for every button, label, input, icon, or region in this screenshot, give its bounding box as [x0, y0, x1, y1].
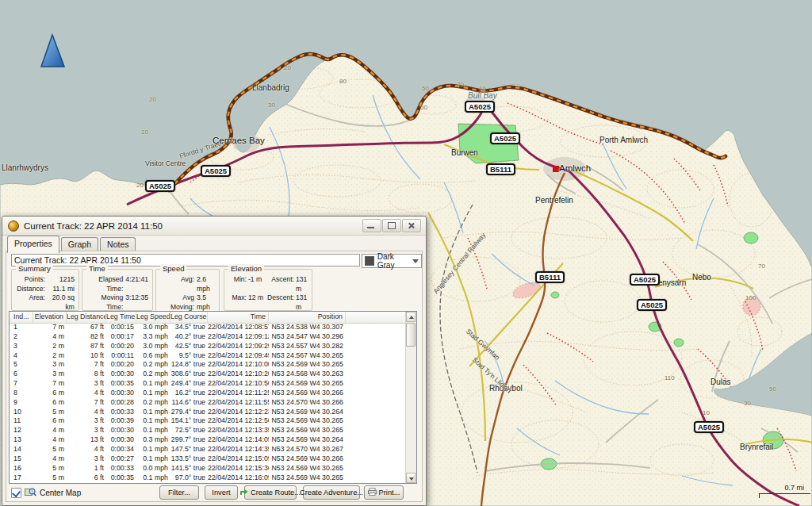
- track-color-dropdown[interactable]: Dark Gray: [362, 254, 422, 268]
- dialog-titlebar[interactable]: Current Track: 22 APR 2014 11:50: [2, 217, 426, 236]
- cell: 8 ft: [67, 370, 106, 379]
- cell: 97.0° true: [170, 473, 208, 483]
- time-group: TimeElapsed Time:4:21:41Moving Time:3:12…: [82, 269, 153, 311]
- button-label: Filter...: [168, 489, 190, 496]
- scrollbar-thumb[interactable]: [406, 323, 416, 347]
- tab-properties[interactable]: Properties: [7, 236, 59, 253]
- center-map-label: Center Map: [40, 489, 81, 497]
- table-row[interactable]: 32 m87 ft0:00:203.0 mph42.5° true22/04/2…: [10, 342, 406, 351]
- cell: 0:00:20: [106, 360, 136, 370]
- table-row[interactable]: 116 m3 ft0:00:390.1 mph154.1° true22/04/…: [10, 416, 406, 426]
- column-header-elevation[interactable]: Elevation: [33, 312, 67, 323]
- column-header-leg-time[interactable]: Leg Time: [106, 312, 136, 323]
- table-body[interactable]: 17 m67 ft0:00:153.0 mph34.5° true22/04/2…: [10, 323, 406, 483]
- scroll-up-icon[interactable]: [406, 312, 416, 322]
- cell: 0.1 mph: [136, 416, 170, 426]
- minimize-button[interactable]: [362, 219, 381, 232]
- cell: 2: [10, 332, 33, 342]
- cell: 0:00:34: [106, 445, 136, 454]
- cell: 0.1 mph: [136, 379, 170, 389]
- cell: 4 m: [33, 332, 67, 342]
- cell: 0:00:30: [106, 370, 136, 379]
- column-header-time[interactable]: Time: [208, 312, 269, 323]
- center-map-checkbox[interactable]: [11, 488, 21, 498]
- invert-button[interactable]: Invert: [205, 485, 238, 500]
- summary-value: 1215: [45, 275, 76, 285]
- table-row[interactable]: 145 m4 ft0:00:340.1 mph147.5° true22/04/…: [10, 445, 406, 454]
- cell: 22/04/2014 12:11:55: [208, 398, 269, 408]
- cell: 67 ft: [67, 323, 106, 332]
- column-header-filler: [346, 312, 406, 323]
- cell-filler: [346, 323, 406, 332]
- table-row[interactable]: 96 m7 ft0:00:280.2 mph114.6° true22/04/2…: [10, 398, 406, 408]
- cell: 22/04/2014 12:10:00: [208, 360, 269, 370]
- cell: 7 ft: [67, 360, 106, 370]
- column-header-leg-distance[interactable]: Leg Distance: [67, 312, 106, 323]
- speed-row: Avg:2.6 mph: [158, 275, 216, 293]
- table-row[interactable]: 53 m7 ft0:00:200.2 mph124.8° true22/04/2…: [10, 360, 406, 370]
- close-button[interactable]: [402, 219, 421, 232]
- table-row[interactable]: 124 m3 ft0:00:300.1 mph72.5° true22/04/2…: [10, 426, 406, 435]
- create-adventure-button[interactable]: Create Adventure...: [303, 485, 360, 500]
- print-icon: [368, 488, 377, 497]
- speed-label: Avg Moving:: [158, 293, 194, 312]
- table-scrollbar[interactable]: [405, 312, 416, 483]
- cell-filler: [346, 398, 406, 408]
- cell: 3 m: [33, 370, 67, 379]
- table-row[interactable]: 154 m3 ft0:00:270.1 mph133.5° true22/04/…: [10, 454, 406, 464]
- maximize-button[interactable]: [382, 219, 401, 232]
- cell: 2 m: [33, 342, 67, 351]
- dialog-footer: Center Map Filter...InvertCreate Route..…: [6, 485, 422, 501]
- elevation-row: Min:-1 mAscent:131 m: [226, 275, 309, 293]
- route-icon: [240, 489, 248, 497]
- table-row[interactable]: 42 m10 ft0:00:110.6 mph9.5° true22/04/20…: [10, 351, 406, 361]
- table-row[interactable]: 77 m3 ft0:00:350.1 mph249.4° true22/04/2…: [10, 379, 406, 389]
- cell-filler: [346, 370, 406, 379]
- table-row[interactable]: 105 m4 ft0:00:330.1 mph279.4° true22/04/…: [10, 408, 406, 417]
- create-route-button[interactable]: Create Route...: [244, 485, 297, 500]
- cell: N53 24.567 W4 30.265: [269, 351, 346, 361]
- cell-filler: [346, 379, 406, 389]
- summary-row: Points:1215: [13, 275, 76, 285]
- column-header-leg-course[interactable]: Leg Course: [170, 312, 208, 323]
- current-track-dialog: Current Track: 22 APR 2014 11:50 Propert…: [2, 216, 427, 506]
- cell: N53 24.569 W4 30.265: [269, 426, 346, 435]
- table-row[interactable]: 24 m82 ft0:00:173.3 mph40.2° true22/04/2…: [10, 332, 406, 342]
- cell: 4 m: [33, 454, 67, 464]
- cell: 0.1 mph: [136, 389, 170, 398]
- table-row[interactable]: 175 m6 ft0:00:350.1 mph97.0° true22/04/2…: [10, 473, 406, 483]
- cell-filler: [346, 360, 406, 370]
- color-swatch: [365, 256, 374, 266]
- time-label: Moving Time:: [84, 293, 123, 312]
- cell: 15: [10, 454, 33, 464]
- cell: 12: [10, 426, 33, 435]
- summary-group: SummaryPoints:1215Distance:11.1 miArea:2…: [11, 269, 79, 311]
- cell: 22/04/2014 12:09:49: [208, 351, 269, 361]
- cell-filler: [346, 464, 406, 473]
- scroll-down-icon[interactable]: [406, 473, 416, 483]
- properties-tab-page: Dark Gray SummaryPoints:1215Distance:11.…: [6, 251, 423, 502]
- table-row[interactable]: 134 m13 ft0:00:300.3 mph299.7° true22/04…: [10, 435, 406, 445]
- column-header-position[interactable]: Position: [269, 312, 346, 323]
- cell: 0.6 mph: [136, 351, 170, 361]
- time-row: Elapsed Time:4:21:41: [84, 275, 150, 293]
- cell: 22/04/2014 12:09:12: [208, 332, 269, 342]
- speed-group: SpeedAvg:2.6 mphAvg Moving:3.5 mphMin:0.…: [155, 269, 220, 316]
- table-row[interactable]: 17 m67 ft0:00:153.0 mph34.5° true22/04/2…: [10, 323, 406, 332]
- table-row[interactable]: 63 m8 ft0:00:300.2 mph308.6° true22/04/2…: [10, 370, 406, 379]
- table-row[interactable]: 86 m4 ft0:00:300.1 mph16.2° true22/04/20…: [10, 389, 406, 398]
- cell: 22/04/2014 12:09:29: [208, 342, 269, 351]
- print-button[interactable]: Print...: [364, 485, 404, 500]
- time-title: Time: [86, 264, 108, 273]
- filter-button[interactable]: Filter...: [159, 485, 199, 500]
- cell: 147.5° true: [170, 445, 208, 454]
- cell: N53 24.569 W4 30.266: [269, 454, 346, 464]
- column-header-leg-speed[interactable]: Leg Speed: [136, 312, 170, 323]
- cell: 72.5° true: [170, 426, 208, 435]
- column-header-ind[interactable]: Ind...: [10, 312, 33, 323]
- speed-value: 2.6 mph: [194, 275, 216, 293]
- summary-title: Summary: [16, 264, 53, 273]
- time-row: Moving Time:3:12:35: [84, 293, 150, 312]
- table-row[interactable]: 165 m1 ft0:00:330.0 mph141.5° true22/04/…: [10, 464, 406, 473]
- cell: 3.0 mph: [136, 342, 170, 351]
